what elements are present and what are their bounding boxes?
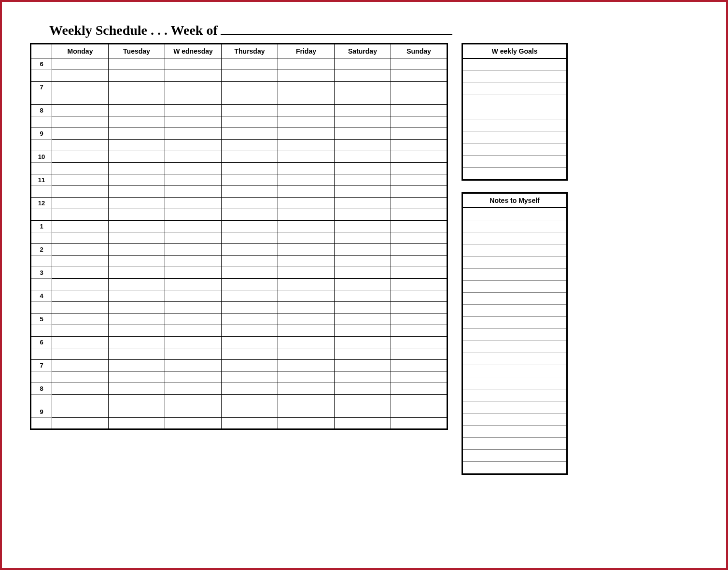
schedule-cell[interactable]: [391, 105, 448, 116]
schedule-cell[interactable]: [52, 209, 109, 221]
schedule-cell[interactable]: [335, 406, 391, 418]
schedule-cell[interactable]: [391, 418, 448, 429]
schedule-cell[interactable]: [165, 140, 222, 151]
schedule-cell[interactable]: [335, 105, 391, 116]
schedule-cell[interactable]: [278, 325, 335, 337]
notes-lines[interactable]: [463, 208, 566, 473]
schedule-cell[interactable]: [109, 93, 165, 105]
schedule-cell[interactable]: [278, 418, 335, 429]
schedule-cell[interactable]: [52, 140, 109, 151]
schedule-cell[interactable]: [335, 151, 391, 163]
schedule-cell[interactable]: [391, 116, 448, 128]
schedule-cell[interactable]: [52, 360, 109, 371]
schedule-cell[interactable]: [278, 209, 335, 221]
schedule-cell[interactable]: [109, 256, 165, 267]
schedule-cell[interactable]: [165, 186, 222, 198]
schedule-cell[interactable]: [109, 128, 165, 140]
schedule-cell[interactable]: [391, 371, 448, 383]
schedule-cell[interactable]: [391, 244, 448, 256]
schedule-cell[interactable]: [222, 93, 278, 105]
note-line[interactable]: [463, 220, 566, 232]
schedule-cell[interactable]: [278, 267, 335, 279]
schedule-cell[interactable]: [278, 290, 335, 302]
schedule-cell[interactable]: [52, 337, 109, 348]
schedule-cell[interactable]: [165, 371, 222, 383]
goal-line[interactable]: [463, 83, 566, 95]
schedule-cell[interactable]: [165, 418, 222, 429]
schedule-cell[interactable]: [222, 198, 278, 209]
schedule-cell[interactable]: [335, 93, 391, 105]
schedule-cell[interactable]: [109, 221, 165, 232]
schedule-cell[interactable]: [165, 221, 222, 232]
schedule-cell[interactable]: [165, 314, 222, 325]
schedule-cell[interactable]: [52, 186, 109, 198]
schedule-cell[interactable]: [278, 279, 335, 290]
note-line[interactable]: [463, 365, 566, 377]
goal-line[interactable]: [463, 168, 566, 179]
schedule-cell[interactable]: [109, 325, 165, 337]
note-line[interactable]: [463, 256, 566, 269]
schedule-cell[interactable]: [391, 140, 448, 151]
schedule-cell[interactable]: [278, 244, 335, 256]
schedule-cell[interactable]: [52, 128, 109, 140]
schedule-cell[interactable]: [165, 116, 222, 128]
note-line[interactable]: [463, 305, 566, 317]
schedule-cell[interactable]: [391, 256, 448, 267]
schedule-cell[interactable]: [222, 302, 278, 314]
schedule-cell[interactable]: [165, 105, 222, 116]
schedule-cell[interactable]: [165, 383, 222, 395]
schedule-cell[interactable]: [109, 174, 165, 186]
schedule-cell[interactable]: [165, 93, 222, 105]
schedule-cell[interactable]: [52, 105, 109, 116]
schedule-cell[interactable]: [52, 267, 109, 279]
schedule-cell[interactable]: [165, 267, 222, 279]
note-line[interactable]: [463, 317, 566, 329]
schedule-cell[interactable]: [222, 209, 278, 221]
schedule-cell[interactable]: [335, 302, 391, 314]
schedule-cell[interactable]: [109, 267, 165, 279]
schedule-cell[interactable]: [391, 93, 448, 105]
schedule-cell[interactable]: [52, 244, 109, 256]
goal-line[interactable]: [463, 71, 566, 83]
schedule-cell[interactable]: [52, 406, 109, 418]
note-line[interactable]: [463, 450, 566, 462]
schedule-cell[interactable]: [109, 371, 165, 383]
schedule-cell[interactable]: [278, 70, 335, 82]
schedule-cell[interactable]: [222, 116, 278, 128]
schedule-cell[interactable]: [52, 70, 109, 82]
schedule-cell[interactable]: [52, 383, 109, 395]
schedule-cell[interactable]: [278, 406, 335, 418]
schedule-cell[interactable]: [222, 348, 278, 360]
goal-line[interactable]: [463, 119, 566, 131]
note-line[interactable]: [463, 293, 566, 305]
schedule-cell[interactable]: [109, 105, 165, 116]
schedule-cell[interactable]: [278, 337, 335, 348]
schedule-cell[interactable]: [109, 58, 165, 70]
schedule-cell[interactable]: [52, 348, 109, 360]
schedule-cell[interactable]: [222, 325, 278, 337]
schedule-cell[interactable]: [222, 279, 278, 290]
note-line[interactable]: [463, 401, 566, 413]
schedule-cell[interactable]: [109, 151, 165, 163]
schedule-cell[interactable]: [165, 325, 222, 337]
schedule-cell[interactable]: [335, 325, 391, 337]
schedule-cell[interactable]: [109, 82, 165, 93]
note-line[interactable]: [463, 244, 566, 256]
schedule-cell[interactable]: [335, 128, 391, 140]
schedule-cell[interactable]: [222, 256, 278, 267]
schedule-cell[interactable]: [52, 151, 109, 163]
schedule-cell[interactable]: [391, 279, 448, 290]
schedule-cell[interactable]: [165, 302, 222, 314]
schedule-cell[interactable]: [165, 58, 222, 70]
schedule-cell[interactable]: [52, 279, 109, 290]
schedule-cell[interactable]: [391, 163, 448, 174]
schedule-cell[interactable]: [165, 163, 222, 174]
schedule-cell[interactable]: [335, 267, 391, 279]
schedule-cell[interactable]: [335, 70, 391, 82]
schedule-cell[interactable]: [278, 256, 335, 267]
schedule-cell[interactable]: [52, 395, 109, 406]
schedule-cell[interactable]: [391, 314, 448, 325]
note-line[interactable]: [463, 413, 566, 426]
schedule-cell[interactable]: [165, 337, 222, 348]
schedule-cell[interactable]: [335, 221, 391, 232]
